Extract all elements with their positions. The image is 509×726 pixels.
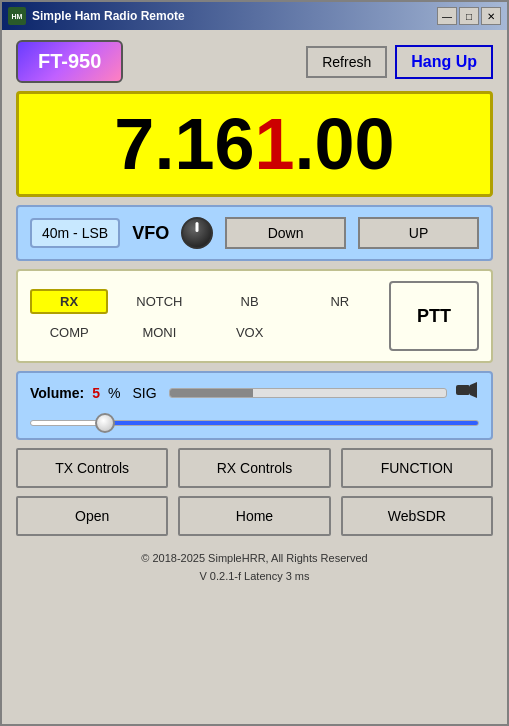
hangup-button[interactable]: Hang Up [395,45,493,79]
vfo-bar: 40m - LSB VFO Down UP [16,205,493,261]
volume-top: Volume: 5 % SIG [30,381,479,404]
frequency-text: 7.161.00 [29,108,480,180]
notch-button[interactable]: NOTCH [120,289,198,314]
volume-value: 5 [92,385,100,401]
sig-bar [169,388,447,398]
vfo-label: VFO [132,223,169,244]
bottom-row-1: TX Controls RX Controls FUNCTION [16,448,493,488]
up-button[interactable]: UP [358,217,479,249]
band-label: 40m - LSB [30,218,120,248]
window-title: Simple Ham Radio Remote [32,9,185,23]
freq-part2: 1 [255,108,295,180]
freq-part1: 7.16 [114,108,254,180]
nr-button[interactable]: NR [301,289,379,314]
close-button[interactable]: ✕ [481,7,501,25]
func-bar: RX NOTCH NB NR COMP MONI VOX PTT [16,269,493,363]
rx-controls-button[interactable]: RX Controls [178,448,330,488]
svg-rect-0 [456,385,470,395]
title-controls: — □ ✕ [437,7,501,25]
volume-slider[interactable] [30,420,479,426]
maximize-button[interactable]: □ [459,7,479,25]
top-buttons: Refresh Hang Up [306,45,493,79]
footer-line1: © 2018-2025 SimpleHRR, All Rights Reserv… [16,550,493,568]
volume-percent: % [108,385,120,401]
frequency-display: 7.161.00 [16,91,493,197]
title-bar: HM Simple Ham Radio Remote — □ ✕ [2,2,507,30]
home-button[interactable]: Home [178,496,330,536]
freq-part3: .00 [295,108,395,180]
app-icon: HM [8,7,26,25]
volume-label: Volume: [30,385,84,401]
tx-controls-button[interactable]: TX Controls [16,448,168,488]
vox-button[interactable]: VOX [211,322,289,343]
top-bar: FT-950 Refresh Hang Up [16,40,493,83]
sig-label: SIG [132,385,156,401]
sig-bar-fill [170,389,253,397]
websdr-button[interactable]: WebSDR [341,496,493,536]
function-button[interactable]: FUNCTION [341,448,493,488]
open-button[interactable]: Open [16,496,168,536]
radio-model-label: FT-950 [16,40,123,83]
title-bar-left: HM Simple Ham Radio Remote [8,7,185,25]
svg-marker-1 [470,382,477,398]
volume-bar: Volume: 5 % SIG [16,371,493,440]
func-buttons: RX NOTCH NB NR COMP MONI VOX [30,289,379,343]
nb-button[interactable]: NB [211,289,289,314]
ptt-button[interactable]: PTT [389,281,479,351]
down-button[interactable]: Down [225,217,346,249]
main-content: FT-950 Refresh Hang Up 7.161.00 40m - LS… [2,30,507,724]
rx-button[interactable]: RX [30,289,108,314]
moni-button[interactable]: MONI [120,322,198,343]
refresh-button[interactable]: Refresh [306,46,387,78]
footer-line2: V 0.2.1-f Latency 3 ms [16,568,493,586]
footer: © 2018-2025 SimpleHRR, All Rights Reserv… [16,544,493,589]
comp-button[interactable]: COMP [30,322,108,343]
speaker-icon [455,381,479,404]
main-window: HM Simple Ham Radio Remote — □ ✕ FT-950 … [0,0,509,726]
vfo-knob[interactable] [181,217,213,249]
bottom-row-2: Open Home WebSDR [16,496,493,536]
minimize-button[interactable]: — [437,7,457,25]
